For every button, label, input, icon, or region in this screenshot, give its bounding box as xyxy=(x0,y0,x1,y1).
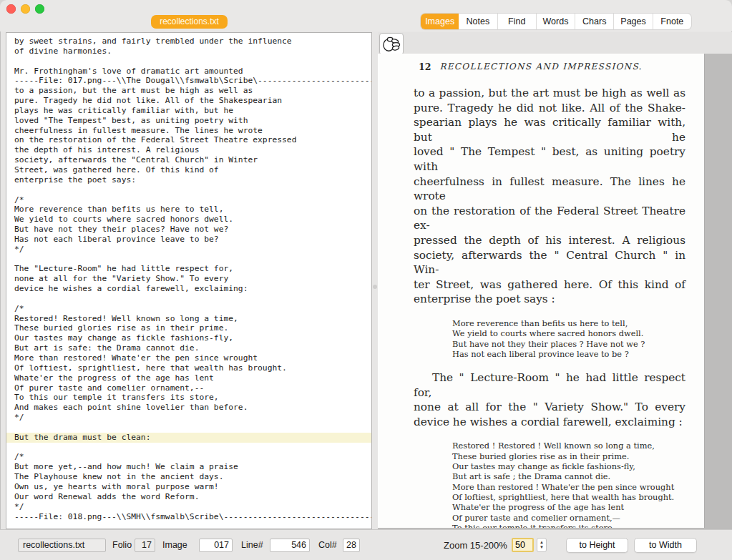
scan-line: Of loftiest, sprightliest, here that wea… xyxy=(452,492,685,502)
scan-para: The " Lecture-Room " he had little respe… xyxy=(414,370,685,429)
editor-line[interactable]: */ xyxy=(6,502,371,512)
scan-line: But have not they their places ? Have no… xyxy=(452,339,685,349)
scan-line: To this our temple it transfers its stor… xyxy=(452,523,685,528)
editor-line[interactable]: More than restored! Whate'er the pen sin… xyxy=(6,353,371,363)
scan-line: More reverence than befits us here to te… xyxy=(452,318,685,328)
editor-line[interactable]: device he wishes a cordial farewell, exc… xyxy=(6,284,371,294)
scan-poem: More reverence than befits us here to te… xyxy=(452,318,685,359)
scan-line: society, afterwards the " Central Church… xyxy=(414,248,685,277)
editor-line[interactable] xyxy=(6,255,371,265)
editor-line[interactable] xyxy=(6,294,371,304)
scan-line: More than restored ! Whate'er the pen si… xyxy=(452,482,685,492)
editor-line[interactable]: Mr. Frothingham's love of dramatic art a… xyxy=(6,67,371,77)
editor-line[interactable]: society, afterwards the "Central Church"… xyxy=(6,155,371,165)
editor-line[interactable]: Of loftiest, sprightliest, here that wea… xyxy=(6,363,371,373)
editor-line[interactable]: /* xyxy=(6,195,371,205)
tab-notes[interactable]: Notes xyxy=(459,14,497,29)
split-divider[interactable] xyxy=(372,32,378,529)
editor-line[interactable]: Whate'er the progress of the age has len… xyxy=(6,373,371,383)
close-button[interactable] xyxy=(6,4,16,14)
editor-line[interactable]: We yield to courts where sacred honors d… xyxy=(6,215,371,225)
scan-line: The " Lecture-Room " he had little respe… xyxy=(414,370,685,400)
editor-line[interactable]: -----File: 018.png---\\SMH\\fsmwalb\Scri… xyxy=(6,512,371,522)
editor-line[interactable]: But art is safe: the Drama cannot die. xyxy=(6,343,371,353)
tab-words[interactable]: Words xyxy=(537,14,575,29)
tab-find[interactable]: Find xyxy=(498,14,537,29)
tab-chars[interactable]: Chars xyxy=(575,14,614,29)
statusbar: recollections.txt Folio 17 Image 017 Lin… xyxy=(0,529,732,560)
editor-line[interactable]: Has not each liberal province leave to b… xyxy=(6,235,371,245)
editor-line[interactable]: Restored! Restored! Well known so long a… xyxy=(6,314,371,324)
editor-line[interactable]: /* xyxy=(6,304,371,314)
editor-line[interactable]: cheerfulness in fullest measure. The lin… xyxy=(6,126,371,136)
filename-field[interactable]: recollections.txt xyxy=(18,539,106,552)
zoom-window-button[interactable] xyxy=(35,4,44,14)
editor-line[interactable]: by sweet strains, and fairly trembled un… xyxy=(6,36,371,46)
scanned-page-image[interactable]: 12 RECOLLECTIONS AND IMPRESSIONS. to a p… xyxy=(378,54,704,528)
editor-line[interactable]: More reverence than befits us here to te… xyxy=(6,205,371,215)
tab-fnote[interactable]: Fnote xyxy=(653,14,691,29)
fit-to-width-button[interactable]: to Width xyxy=(634,538,697,553)
scan-line: Has not each liberal province leave to b… xyxy=(452,349,685,359)
chevron-down-icon: ▼ xyxy=(540,545,544,550)
editor-line[interactable]: of divine harmonies. xyxy=(6,46,371,57)
scan-line: Restored ! Restored ! Well known so long… xyxy=(452,441,685,451)
scan-poem: Restored ! Restored ! Well known so long… xyxy=(452,441,685,528)
scan-line: Our tastes may change as fickle fashions… xyxy=(452,461,685,471)
titlebar: recollections.txt ImagesNotesFindWordsCh… xyxy=(0,0,732,31)
text-editor[interactable]: by sweet strains, and fairly trembled un… xyxy=(6,33,371,521)
editor-line[interactable]: The "Lecture-Room" he had little respect… xyxy=(6,264,371,274)
editor-line[interactable]: none at all for the "Variety Show." To e… xyxy=(6,274,371,284)
column-value[interactable]: 28 xyxy=(343,539,360,552)
scan-line: enterprise the poet says : xyxy=(414,292,685,307)
zoom-range-label: Zoom 15-200% xyxy=(444,539,507,552)
editor-line[interactable]: */ xyxy=(6,413,371,423)
editor-line[interactable]: plays he was critically familiar with, b… xyxy=(6,106,371,116)
editor-line[interactable]: To this our temple it transfers its stor… xyxy=(6,393,371,403)
fit-to-height-button[interactable]: to Height xyxy=(566,538,628,553)
editor-line[interactable]: These buried glories rise as in their pr… xyxy=(6,323,371,333)
scan-line: ter Street, was gathered here. Of this k… xyxy=(414,277,685,293)
pan-hand-button[interactable] xyxy=(379,33,404,55)
image-input[interactable]: 017 xyxy=(199,539,233,552)
minimize-button[interactable] xyxy=(21,4,30,14)
editor-line[interactable]: -----File: 017.png---\\The Dougal\\fsmwa… xyxy=(6,76,371,86)
editor-line[interactable]: Of purer taste and comelier ornament,-- xyxy=(6,383,371,393)
hand-icon xyxy=(382,36,401,53)
editor-line[interactable]: /* xyxy=(6,452,371,462)
editor-line[interactable]: enterprise the poet says: xyxy=(6,175,371,185)
zoom-stepper[interactable]: ▲ ▼ xyxy=(537,538,547,552)
editor-line[interactable]: And makes each point shine lovelier than… xyxy=(6,403,371,413)
editor-line[interactable]: to a passion, but the art must be high a… xyxy=(6,86,371,96)
document-tab[interactable]: recollections.txt xyxy=(151,15,228,29)
scan-line: spearian plays he was critically familia… xyxy=(414,115,685,144)
folio-value[interactable]: 17 xyxy=(135,539,155,552)
tab-pages[interactable]: Pages xyxy=(614,14,653,29)
editor-line[interactable]: Street, was gathered here. Of this kind … xyxy=(6,165,371,175)
editor-line[interactable]: on the restoration of the Federal Street… xyxy=(6,135,371,145)
editor-line[interactable]: The Playhouse knew not in the ancient da… xyxy=(6,472,371,482)
scan-para: to a passion, but the art must be high a… xyxy=(414,86,685,307)
editor-line[interactable] xyxy=(6,185,371,195)
editor-line[interactable]: the depth of his interest. A religious xyxy=(6,145,371,155)
editor-line[interactable]: loved "The Tempest" best, as uniting poe… xyxy=(6,116,371,126)
editor-line[interactable]: */ xyxy=(6,245,371,255)
editor-line[interactable]: pure. Tragedy he did not like. All of th… xyxy=(6,96,371,106)
editor-line[interactable] xyxy=(6,57,371,67)
app-window: recollections.txt ImagesNotesFindWordsCh… xyxy=(0,0,732,560)
editor-line[interactable] xyxy=(6,423,371,433)
scan-line: Whate'er the progress of the age has len… xyxy=(452,502,685,512)
editor-line[interactable]: Own us, ye hearts with moral purpose war… xyxy=(6,482,371,492)
editor-line[interactable]: Our tastes may change as fickle fashions… xyxy=(6,333,371,343)
editor-line[interactable]: Our word Renewal adds the word Reform. xyxy=(6,492,371,502)
editor-line[interactable]: But the drama must be clean: xyxy=(6,433,371,443)
scan-background: 12 RECOLLECTIONS AND IMPRESSIONS. to a p… xyxy=(378,54,732,529)
tab-images[interactable]: Images xyxy=(421,14,459,29)
scan-page-number: 12 xyxy=(419,62,431,72)
editor-line[interactable]: But have not they their places? Have not… xyxy=(6,225,371,235)
editor-line[interactable] xyxy=(6,443,371,453)
zoom-input[interactable]: 50 xyxy=(512,538,534,552)
editor-line[interactable]: But more yet,--and how much! We claim a … xyxy=(6,462,371,472)
scan-line: But art is safe ; the Drama cannot die. xyxy=(452,471,685,481)
line-number-input[interactable]: 546 xyxy=(270,539,310,552)
